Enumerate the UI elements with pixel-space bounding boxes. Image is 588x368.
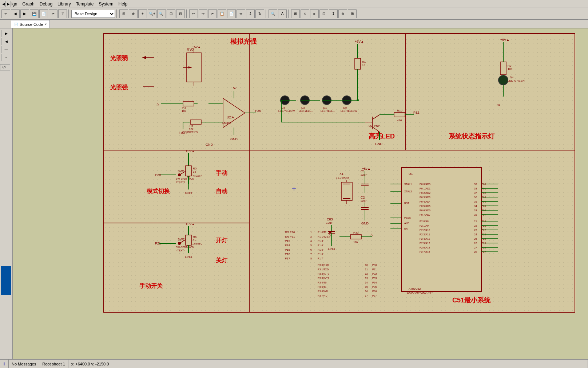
menu-debug[interactable]: Debug: [37, 1, 55, 7]
sep-4: [266, 9, 267, 18]
svg-text:14: 14: [365, 281, 368, 284]
menu-library[interactable]: Library: [55, 1, 73, 7]
design-select[interactable]: Base Design: [71, 10, 115, 18]
toolbar-paste[interactable]: 📄: [227, 9, 236, 18]
toolbar-btn-6[interactable]: ✂: [49, 9, 57, 18]
tab-icon: 📄: [14, 23, 18, 26]
svg-text:自动: 自动: [216, 188, 227, 194]
sheet-nav-left[interactable]: ◀: [1, 1, 6, 7]
svg-text:+5v▲: +5v▲: [362, 167, 371, 171]
svg-text:P25: P25: [255, 109, 261, 113]
toolbar-r2[interactable]: ×: [301, 9, 309, 18]
coordinates-status: x: +6400.0 y: -2150.0: [68, 360, 588, 368]
toolbar-r1[interactable]: ⊞: [291, 9, 300, 18]
svg-text:1k: 1k: [193, 239, 196, 242]
schematic-svg: 模拟光强 RV2 光照弱 +5v▲ 光照强 U2:A LM3: [103, 33, 576, 313]
svg-text:35: 35: [474, 200, 477, 203]
toolbar-r4[interactable]: ⊡: [319, 9, 328, 18]
svg-text:D4: D4: [510, 76, 514, 79]
svg-text:10uF: 10uF: [326, 221, 333, 224]
toolbar-btn-1[interactable]: ↩: [1, 9, 10, 18]
svg-text:模拟光强: 模拟光强: [230, 38, 257, 45]
toolbar-btn-3[interactable]: ▶: [20, 9, 29, 18]
toolbar-r6[interactable]: ⊕: [338, 9, 347, 18]
svg-text:PSEN: PSEN: [404, 216, 411, 219]
menu-template[interactable]: Template: [74, 1, 96, 7]
svg-rect-51: [355, 58, 361, 69]
svg-rect-33: [183, 102, 194, 106]
left-btn-3[interactable]: —: [1, 46, 11, 53]
svg-rect-39: [190, 120, 201, 124]
toolbar-undo[interactable]: ↩: [189, 9, 198, 18]
toolbar-zoom-out[interactable]: 🔍-: [157, 9, 166, 18]
toolbar-btn-4[interactable]: 💾: [30, 9, 39, 18]
hierarchy-label[interactable]: S: [0, 64, 10, 70]
toolbar-grid[interactable]: ⊞: [119, 9, 128, 18]
svg-rect-141: [186, 235, 191, 245]
left-btn-4[interactable]: ≡: [1, 54, 11, 61]
svg-text:+5V▲: +5V▲: [186, 149, 195, 153]
sep-2: [116, 9, 118, 18]
svg-text:P0.3/AD3: P0.3/AD3: [420, 196, 430, 199]
svg-text:P0.5/AD5: P0.5/AD5: [420, 205, 430, 207]
toolbar-r3[interactable]: ≡: [310, 9, 319, 18]
toolbar-snap[interactable]: ⊕: [129, 9, 138, 18]
sep-1: [68, 9, 70, 18]
toolbar-plus[interactable]: +: [138, 9, 147, 18]
tab-close-btn[interactable]: ×: [44, 22, 47, 26]
toolbar-annotate[interactable]: A: [278, 9, 287, 18]
toolbar-mirror-v[interactable]: ⇕: [246, 9, 255, 18]
menu-graph[interactable]: Graph: [20, 1, 36, 7]
svg-text:LM393: LM393: [222, 121, 231, 125]
svg-text:XTAL1: XTAL1: [404, 183, 412, 185]
svg-text:P1.3: P1.3: [318, 240, 323, 242]
svg-text:+5v: +5v: [231, 86, 237, 90]
toolbar-zoom-area[interactable]: ⊟: [176, 9, 185, 18]
svg-text:23: 23: [474, 229, 477, 231]
toolbar-btn-7[interactable]: ?: [58, 9, 67, 18]
toolbar-btn-5[interactable]: 📄: [39, 9, 48, 18]
svg-text:P1.7: P1.7: [318, 257, 323, 260]
svg-text:10: 10: [362, 63, 365, 67]
toolbar-r5[interactable]: ↧: [329, 9, 338, 18]
toolbar-rotate[interactable]: ↻: [255, 9, 264, 18]
svg-text:AT89C52: AT89C52: [409, 287, 421, 290]
menu-help[interactable]: Help: [116, 1, 130, 7]
toolbar-redo[interactable]: ↪: [199, 9, 207, 18]
svg-text:P0.4/AD4: P0.4/AD4: [420, 200, 430, 203]
svg-text:关灯: 关灯: [215, 257, 228, 263]
toolbar-cut[interactable]: ✂: [208, 9, 217, 18]
toolbar-mirror-h[interactable]: ⇔: [237, 9, 245, 18]
svg-rect-81: [394, 113, 405, 117]
svg-text:37: 37: [474, 192, 477, 194]
left-btn-1[interactable]: ▶: [1, 30, 11, 37]
svg-text:16: 16: [365, 290, 368, 293]
toolbar-zoom-fit[interactable]: ⊡: [167, 9, 175, 18]
svg-text:SW-SPDT-MOM: SW-SPDT-MOM: [176, 246, 194, 248]
svg-text:R4: R4: [190, 124, 194, 128]
svg-text:P2.5/A13: P2.5/A13: [420, 242, 430, 244]
menu-system[interactable]: System: [96, 1, 115, 7]
svg-text:39: 39: [474, 183, 477, 185]
svg-rect-119: [186, 166, 191, 176]
toolbar-zoom-in[interactable]: 🔍+: [148, 9, 156, 18]
toolbar: ↩ ◀ ▶ 💾 📄 ✂ ? Base Design ⊞ ⊕ + 🔍+ 🔍- ⊡ …: [0, 8, 588, 20]
toolbar-btn-2[interactable]: ◀: [11, 9, 20, 18]
tab-source-code[interactable]: 📄 Source Code ×: [11, 20, 50, 28]
svg-text:P2.2/A10: P2.2/A10: [420, 229, 430, 231]
svg-text:P3.0/RXD: P3.0/RXD: [318, 264, 329, 266]
svg-text:11.0592M: 11.0592M: [336, 176, 349, 179]
toolbar-r7[interactable]: ⊞: [348, 9, 357, 18]
svg-text:32: 32: [474, 214, 477, 216]
sheet-nav-right[interactable]: ▶: [6, 1, 11, 7]
svg-text:12: 12: [365, 273, 368, 275]
svg-text:P1.6: P1.6: [318, 253, 323, 255]
svg-text:P33: P33: [372, 277, 377, 279]
left-btn-2[interactable]: ◀: [1, 38, 11, 45]
toolbar-copy[interactable]: 📋: [218, 9, 226, 18]
svg-text:P3.5/T1: P3.5/T1: [318, 286, 327, 288]
svg-text:P34: P34: [372, 281, 377, 284]
svg-text:P3.1/TXD: P3.1/TXD: [318, 268, 329, 271]
toolbar-search[interactable]: 🔍: [269, 9, 277, 18]
svg-text:R5: R5: [497, 103, 501, 106]
